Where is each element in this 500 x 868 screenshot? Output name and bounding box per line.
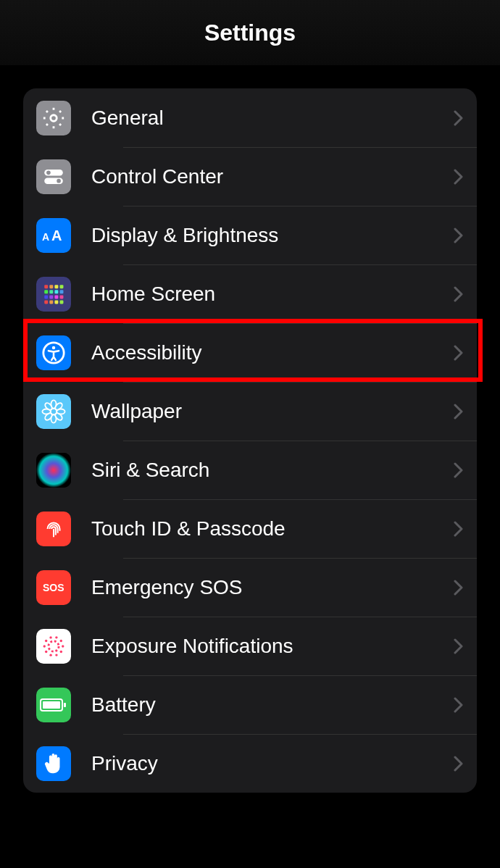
svg-point-0: [51, 114, 57, 121]
settings-row-label: Display & Brightness: [91, 224, 454, 247]
app-grid-icon: [36, 277, 71, 312]
settings-row-exposure-notifications[interactable]: Exposure Notifications: [23, 617, 477, 675]
settings-row-privacy[interactable]: Privacy: [23, 734, 477, 793]
svg-text:SOS: SOS: [43, 582, 64, 593]
svg-point-41: [45, 650, 47, 652]
siri-icon: [36, 453, 71, 488]
chevron-right-icon: [454, 109, 464, 127]
chevron-right-icon: [454, 520, 464, 538]
svg-rect-13: [54, 290, 58, 293]
settings-row-label: Privacy: [91, 752, 454, 775]
settings-row-label: Siri & Search: [91, 459, 454, 482]
settings-row-label: Accessibility: [91, 341, 454, 364]
settings-row-home-screen[interactable]: Home Screen: [23, 264, 477, 323]
settings-row-wallpaper[interactable]: Wallpaper: [23, 382, 477, 441]
toggles-icon: [36, 159, 71, 194]
accessibility-icon: [36, 335, 71, 370]
svg-rect-22: [60, 300, 64, 304]
hand-icon: [36, 746, 71, 781]
exposure-icon: [36, 629, 71, 664]
svg-point-2: [46, 170, 51, 175]
chevron-right-icon: [454, 462, 464, 479]
svg-rect-49: [64, 703, 66, 707]
svg-text:A: A: [51, 228, 62, 243]
settings-row-label: Home Screen: [91, 283, 454, 306]
svg-rect-15: [44, 295, 48, 299]
chevron-right-icon: [454, 344, 464, 362]
settings-row-label: Touch ID & Passcode: [91, 517, 454, 541]
svg-rect-10: [60, 285, 64, 288]
settings-row-general[interactable]: General: [23, 88, 477, 147]
svg-rect-21: [54, 300, 58, 304]
svg-rect-9: [54, 285, 58, 288]
settings-row-label: Wallpaper: [91, 400, 454, 423]
svg-point-37: [62, 645, 64, 647]
settings-row-accessibility[interactable]: Accessibility: [23, 323, 477, 382]
svg-rect-7: [44, 285, 48, 288]
svg-rect-14: [60, 290, 64, 293]
svg-rect-48: [43, 701, 60, 709]
svg-point-40: [49, 654, 51, 656]
svg-rect-19: [44, 300, 48, 304]
settings-row-battery[interactable]: Battery: [23, 675, 477, 734]
settings-row-control-center[interactable]: Control Center: [23, 147, 477, 206]
aa-icon: AA: [36, 218, 71, 253]
settings-row-label: Battery: [91, 693, 454, 717]
chevron-right-icon: [454, 696, 464, 714]
settings-row-label: Emergency SOS: [91, 576, 454, 599]
chevron-right-icon: [454, 403, 464, 420]
svg-point-4: [57, 178, 61, 183]
svg-point-39: [55, 654, 57, 656]
flower-icon: [36, 394, 71, 429]
settings-row-label: General: [91, 107, 454, 130]
chevron-right-icon: [454, 638, 464, 655]
svg-point-42: [43, 645, 46, 647]
settings-row-label: Exposure Notifications: [91, 635, 454, 658]
svg-rect-17: [54, 295, 58, 299]
gear-icon: [36, 101, 71, 135]
chevron-right-icon: [454, 168, 464, 185]
settings-header: Settings: [0, 0, 500, 65]
settings-row-siri-search[interactable]: Siri & Search: [23, 441, 477, 499]
settings-row-label: Control Center: [91, 165, 454, 188]
svg-rect-20: [49, 300, 53, 304]
sos-icon: SOS: [36, 570, 71, 605]
svg-point-33: [43, 401, 53, 411]
chevron-right-icon: [454, 579, 464, 596]
svg-point-45: [55, 636, 57, 638]
settings-row-display-brightness[interactable]: AADisplay & Brightness: [23, 206, 477, 264]
chevron-right-icon: [454, 285, 464, 303]
settings-row-emergency-sos[interactable]: SOSEmergency SOS: [23, 558, 477, 617]
fingerprint-icon: [36, 512, 71, 546]
chevron-right-icon: [454, 755, 464, 772]
svg-rect-16: [49, 295, 53, 299]
svg-point-46: [60, 639, 62, 641]
svg-point-43: [45, 639, 47, 641]
svg-rect-11: [44, 290, 48, 293]
svg-point-36: [49, 640, 59, 651]
svg-rect-8: [49, 285, 53, 288]
settings-row-touchid-passcode[interactable]: Touch ID & Passcode: [23, 499, 477, 558]
svg-point-24: [52, 346, 56, 349]
battery-icon: [36, 688, 71, 722]
svg-rect-12: [49, 290, 53, 293]
svg-point-44: [49, 636, 51, 638]
svg-point-38: [60, 650, 62, 652]
chevron-right-icon: [454, 227, 464, 244]
svg-rect-34: [36, 453, 71, 488]
settings-list: GeneralControl CenterAADisplay & Brightn…: [23, 88, 477, 793]
svg-text:A: A: [42, 231, 49, 243]
svg-rect-18: [60, 295, 64, 299]
page-title: Settings: [204, 20, 296, 46]
